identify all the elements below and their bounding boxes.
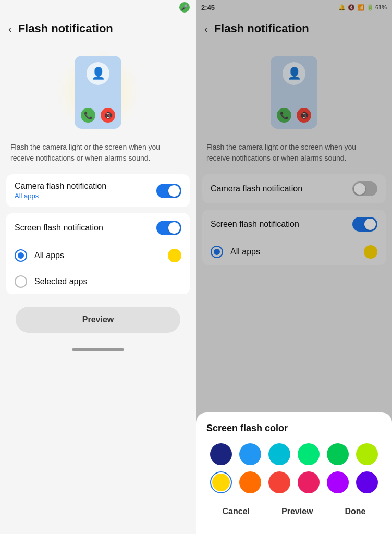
color-swatch-deepurple[interactable] <box>356 471 378 493</box>
avatar-icon: 👤 <box>87 62 109 85</box>
color-picker-overlay: Screen flash color <box>196 0 392 534</box>
screen-flash-section: Screen flash notification All apps Selec… <box>6 213 190 294</box>
modal-title: Screen flash color <box>206 423 382 434</box>
color-grid <box>206 443 382 493</box>
left-home-bar <box>72 348 124 351</box>
color-row-2 <box>206 471 382 493</box>
screen-flash-row: Screen flash notification <box>6 213 190 242</box>
modal-cancel-button[interactable]: Cancel <box>214 504 258 519</box>
color-swatch-lime[interactable] <box>356 443 378 465</box>
left-description: Flash the camera light or the screen whe… <box>0 137 196 172</box>
left-page-title: Flash notification <box>18 22 113 35</box>
right-panel: 2:45 🔔 🔇 📶 🔋 61% ‹ Flash notification 👤 … <box>196 0 392 534</box>
all-apps-radio-group: All apps <box>15 249 64 262</box>
camera-flash-label: Camera flash notification <box>15 181 106 191</box>
left-phone-illustration: 👤 📞 📵 <box>0 43 196 137</box>
camera-flash-label-group: Camera flash notification All apps <box>15 181 106 200</box>
screen-flash-toggle-thumb <box>168 222 180 234</box>
left-back-button[interactable]: ‹ <box>8 23 12 35</box>
selected-apps-row[interactable]: Selected apps <box>6 269 190 294</box>
camera-flash-toggle-thumb <box>168 185 180 197</box>
selected-apps-label: Selected apps <box>34 277 87 286</box>
phone-body: 👤 📞 📵 <box>75 56 121 129</box>
left-header: ‹ Flash notification <box>0 15 196 43</box>
color-swatch-orange[interactable] <box>239 471 261 493</box>
color-swatch-darkblue[interactable] <box>210 443 232 465</box>
all-apps-radio[interactable] <box>15 249 27 262</box>
color-swatch-cyan[interactable] <box>268 443 290 465</box>
color-picker-modal: Screen flash color <box>196 412 392 534</box>
all-apps-color[interactable] <box>168 249 181 262</box>
accept-call-button: 📞 <box>81 108 95 123</box>
selected-apps-radio[interactable] <box>15 275 27 288</box>
color-swatch-purple[interactable] <box>327 471 349 493</box>
camera-flash-section: Camera flash notification All apps <box>6 174 190 207</box>
color-row-1 <box>206 443 382 465</box>
color-swatch-yellow[interactable] <box>210 471 232 493</box>
color-swatch-lightgreen[interactable] <box>298 443 320 465</box>
screen-flash-toggle[interactable] <box>156 221 181 235</box>
screen-flash-label: Screen flash notification <box>15 223 103 233</box>
decline-call-button: 📵 <box>101 108 115 123</box>
color-swatch-red[interactable] <box>268 471 290 493</box>
left-status-bar: 🎤 <box>0 0 196 15</box>
modal-actions: Cancel Preview Done <box>206 504 382 519</box>
mic-icon: 🎤 <box>179 2 190 13</box>
preview-button[interactable]: Preview <box>16 307 180 333</box>
modal-preview-button[interactable]: Preview <box>273 504 321 519</box>
camera-flash-row: Camera flash notification All apps <box>6 174 190 207</box>
camera-flash-toggle[interactable] <box>156 184 181 198</box>
color-swatch-green[interactable] <box>327 443 349 465</box>
color-swatch-blue[interactable] <box>239 443 261 465</box>
left-home-indicator <box>0 343 196 356</box>
all-apps-row[interactable]: All apps <box>6 242 190 269</box>
color-swatch-pink[interactable] <box>298 471 320 493</box>
left-panel: 🎤 ‹ Flash notification 👤 📞 📵 Flash the c… <box>0 0 196 534</box>
modal-done-button[interactable]: Done <box>336 504 374 519</box>
all-apps-label: All apps <box>34 251 64 260</box>
phone-buttons: 📞 📵 <box>81 108 115 123</box>
selected-apps-radio-group: Selected apps <box>15 275 87 288</box>
camera-flash-sublabel: All apps <box>15 192 106 200</box>
